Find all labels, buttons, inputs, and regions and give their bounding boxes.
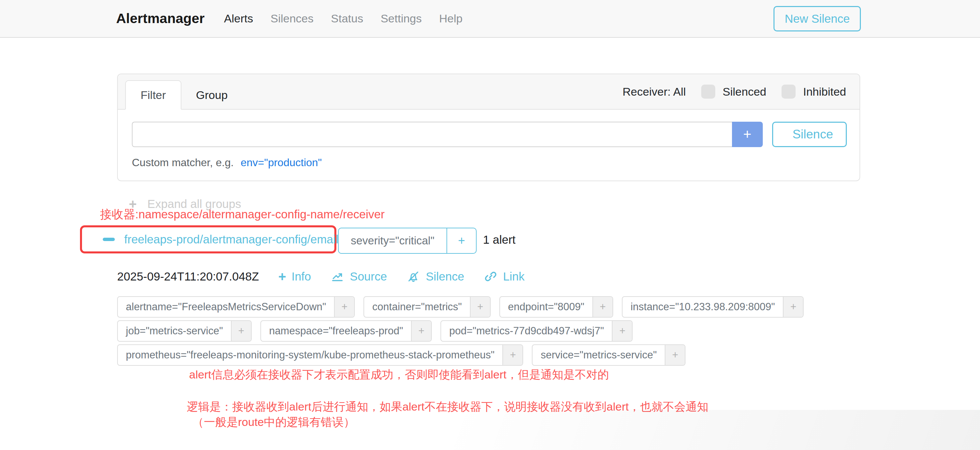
hint-text: Custom matcher, e.g. bbox=[132, 157, 234, 168]
label-text: prometheus="freeleaps-monitoring-system/… bbox=[118, 345, 503, 365]
inhibited-checkbox[interactable] bbox=[781, 85, 795, 98]
annotation-logic-note-line1: 逻辑是：接收器收到alert后进行通知，如果alert不在接收器下，说明接收器没… bbox=[187, 399, 708, 415]
alert-action-silence[interactable]: Silence bbox=[406, 269, 464, 284]
annotation-logic-note-line2: （一般是route中的逻辑有错误） bbox=[192, 415, 355, 430]
alertmanager-page: Alertmanager Alerts Silences Status Sett… bbox=[0, 0, 980, 450]
nav-item-alerts[interactable]: Alerts bbox=[224, 12, 253, 25]
chart-line-icon bbox=[330, 269, 344, 284]
tab-filter[interactable]: Filter bbox=[125, 80, 181, 110]
nav-item-status[interactable]: Status bbox=[331, 12, 363, 25]
receiver-filter-dropdown[interactable]: Receiver: All bbox=[622, 85, 686, 98]
label-tag-endpoint: endpoint="8009" + bbox=[500, 296, 613, 318]
add-label-filter-button[interactable]: + bbox=[503, 345, 522, 365]
new-silence-button[interactable]: New Silence bbox=[773, 6, 861, 32]
action-link-label: Link bbox=[503, 270, 525, 283]
label-text: endpoint="8009" bbox=[500, 297, 592, 317]
add-label-filter-button[interactable]: + bbox=[231, 321, 251, 341]
nav-item-silences[interactable]: Silences bbox=[270, 12, 313, 25]
label-text: job="metrics-service" bbox=[118, 321, 231, 341]
label-tag-pod: pod="metrics-77d9cdb497-wdsj7" + bbox=[441, 320, 633, 342]
group-matcher-label: severity="critical" bbox=[339, 228, 447, 253]
receiver-highlight-annotation: freeleaps-prod/alertmanager-config/email bbox=[80, 225, 336, 254]
label-tag-prometheus: prometheus="freeleaps-monitoring-system/… bbox=[117, 344, 523, 366]
alert-header-row: 2025-09-24T11:20:07.048Z + Info Source S… bbox=[117, 269, 525, 284]
tab-group[interactable]: Group bbox=[181, 81, 243, 109]
bell-slash-icon bbox=[406, 269, 420, 284]
add-label-filter-button[interactable]: + bbox=[783, 297, 803, 317]
add-label-filter-button[interactable]: + bbox=[665, 345, 685, 365]
silence-button-label: Silence bbox=[792, 127, 833, 141]
action-source-label: Source bbox=[350, 270, 387, 283]
filter-card-header: Filter Group Receiver: All Silenced Inhi… bbox=[118, 74, 859, 110]
add-matcher-button[interactable]: + bbox=[732, 122, 763, 147]
label-tag-instance: instance="10.233.98.209:8009" + bbox=[622, 296, 803, 318]
label-tag-job: job="metrics-service" + bbox=[117, 320, 252, 342]
label-tag-namespace: namespace="freeleaps-prod" + bbox=[260, 320, 432, 342]
alert-labels: alertname="FreeleapsMetricsServiceDown" … bbox=[117, 296, 803, 366]
alert-labels-row: job="metrics-service" + namespace="freel… bbox=[117, 320, 803, 342]
add-label-filter-button[interactable]: + bbox=[592, 297, 612, 317]
add-group-matcher-button[interactable]: + bbox=[447, 228, 476, 253]
inhibited-filter[interactable]: Inhibited bbox=[781, 85, 846, 98]
label-tag-service: service="metrics-service" + bbox=[532, 344, 686, 366]
silenced-checkbox[interactable] bbox=[701, 85, 715, 98]
label-text: alertname="FreeleapsMetricsServiceDown" bbox=[118, 297, 334, 317]
alert-start-time: 2025-09-24T11:20:07.048Z bbox=[117, 270, 259, 283]
matcher-input[interactable] bbox=[132, 122, 732, 147]
nav-item-settings[interactable]: Settings bbox=[380, 12, 422, 25]
receiver-group-link[interactable]: freeleaps-prod/alertmanager-config/email bbox=[124, 233, 338, 246]
label-text: namespace="freeleaps-prod" bbox=[261, 321, 411, 341]
silenced-label[interactable]: Silenced bbox=[722, 85, 766, 98]
collapse-group-icon[interactable] bbox=[103, 238, 115, 241]
app-brand[interactable]: Alertmanager bbox=[116, 11, 205, 26]
top-navbar: Alertmanager Alerts Silences Status Sett… bbox=[0, 0, 980, 38]
label-tag-alertname: alertname="FreeleapsMetricsServiceDown" … bbox=[117, 296, 355, 318]
nav-links: Alerts Silences Status Settings Help bbox=[224, 12, 463, 25]
alert-action-info[interactable]: + Info bbox=[278, 270, 311, 283]
alert-labels-row: alertname="FreeleapsMetricsServiceDown" … bbox=[117, 296, 803, 318]
nav-item-help[interactable]: Help bbox=[439, 12, 463, 25]
alert-action-link[interactable]: Link bbox=[484, 269, 525, 284]
label-text: container="metrics" bbox=[364, 297, 470, 317]
add-label-filter-button[interactable]: + bbox=[334, 297, 354, 317]
label-tag-container: container="metrics" + bbox=[363, 296, 491, 318]
add-label-filter-button[interactable]: + bbox=[411, 321, 431, 341]
silence-matchers-button[interactable]: Silence bbox=[772, 122, 847, 147]
group-matcher-button[interactable]: severity="critical" + bbox=[338, 228, 477, 254]
add-label-filter-button[interactable]: + bbox=[470, 297, 490, 317]
silenced-filter[interactable]: Silenced bbox=[701, 85, 766, 98]
label-text: service="metrics-service" bbox=[533, 345, 665, 365]
filter-options: Receiver: All Silenced Inhibited bbox=[622, 85, 846, 98]
hint-example-link[interactable]: env="production" bbox=[241, 157, 321, 168]
label-text: pod="metrics-77d9cdb497-wdsj7" bbox=[441, 321, 612, 341]
annotation-alert-note: alert信息必须在接收器下才表示配置成功，否则即使能看到alert，但是通知是… bbox=[189, 367, 609, 382]
plus-icon: + bbox=[278, 270, 286, 283]
alert-action-source[interactable]: Source bbox=[330, 269, 387, 284]
inhibited-label[interactable]: Inhibited bbox=[803, 85, 846, 98]
filter-card: Filter Group Receiver: All Silenced Inhi… bbox=[117, 74, 860, 181]
matcher-row: + Silence bbox=[132, 122, 847, 147]
alert-labels-row: prometheus="freeleaps-monitoring-system/… bbox=[117, 344, 803, 366]
action-silence-label: Silence bbox=[426, 270, 464, 283]
bottom-fade bbox=[0, 410, 980, 450]
link-icon bbox=[484, 269, 498, 284]
action-info-label: Info bbox=[291, 270, 311, 283]
alert-count: 1 alert bbox=[483, 233, 515, 246]
annotation-receiver-note: 接收器:namespace/altermanager-config-name/r… bbox=[100, 207, 385, 222]
matcher-hint: Custom matcher, e.g. env="production" bbox=[132, 157, 847, 169]
add-label-filter-button[interactable]: + bbox=[612, 321, 632, 341]
filter-card-body: + Silence Custom matcher, e.g. env="prod… bbox=[118, 110, 859, 169]
label-text: instance="10.233.98.209:8009" bbox=[622, 297, 783, 317]
